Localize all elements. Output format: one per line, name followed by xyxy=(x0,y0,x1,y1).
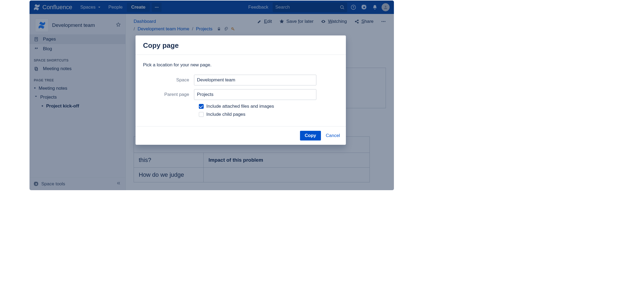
pages-icon xyxy=(34,37,39,42)
ellipsis-icon xyxy=(155,5,159,9)
restrictions-icon[interactable] xyxy=(217,27,221,31)
nav-people[interactable]: People xyxy=(106,3,125,12)
person-icon xyxy=(383,5,388,10)
help-button[interactable]: ? xyxy=(349,3,358,12)
chevron-down-icon xyxy=(34,94,38,100)
cancel-button[interactable]: Cancel xyxy=(326,133,340,138)
svg-rect-13 xyxy=(218,29,220,30)
quote-icon xyxy=(34,46,39,51)
chevron-down-icon xyxy=(97,5,101,9)
dialog-footer: Copy Cancel xyxy=(136,126,346,145)
include-attachments-checkbox[interactable]: Include attached files and images xyxy=(199,104,338,109)
avatar xyxy=(382,3,390,11)
share-button[interactable]: Share xyxy=(354,19,374,24)
breadcrumb-row2: / Development team Home / Projects xyxy=(134,26,386,32)
gear-icon xyxy=(361,5,367,10)
confluence-logo-icon xyxy=(33,4,40,11)
nav-feedback[interactable]: Feedback xyxy=(246,3,271,12)
copy-page-dialog: Copy page Pick a location for your new p… xyxy=(136,35,346,145)
search-icon xyxy=(340,5,345,10)
cell-impact-heading: Impact of this problem xyxy=(204,153,370,168)
crumb-home[interactable]: Development team Home xyxy=(138,26,189,32)
help-icon: ? xyxy=(351,5,356,10)
checkbox-checked-icon xyxy=(199,104,204,109)
tree-meeting-notes[interactable]: • Meeting notes xyxy=(30,84,125,93)
shortcut-meeting-notes[interactable]: Meeting notes xyxy=(30,64,125,74)
cell-why-this: this? xyxy=(134,153,204,168)
edit-button[interactable]: Edit xyxy=(257,19,272,24)
parent-page-label: Parent page xyxy=(143,92,194,97)
cell-empty xyxy=(204,168,370,182)
crumb-projects[interactable]: Projects xyxy=(196,26,212,32)
attachment-icon[interactable] xyxy=(224,27,228,31)
profile-button[interactable] xyxy=(381,3,390,12)
svg-line-4 xyxy=(343,8,344,9)
svg-line-18 xyxy=(356,20,357,21)
tree-projects[interactable]: Projects xyxy=(30,93,125,102)
svg-point-2 xyxy=(158,7,158,8)
svg-rect-12 xyxy=(35,67,37,70)
ellipsis-icon xyxy=(381,19,386,24)
sidebar-blog[interactable]: Blog xyxy=(30,44,125,54)
top-nav: Confluence Spaces People Create Feedback… xyxy=(30,1,394,14)
svg-text:?: ? xyxy=(352,5,354,9)
star-outline-icon xyxy=(116,22,121,27)
dialog-title: Copy page xyxy=(143,41,338,50)
svg-line-19 xyxy=(356,22,357,23)
star-outline-icon xyxy=(279,19,284,24)
chevron-double-left-icon xyxy=(116,181,121,186)
checkbox-unchecked-icon xyxy=(199,112,204,117)
star-space-button[interactable] xyxy=(116,22,121,28)
nav-spaces[interactable]: Spaces xyxy=(78,3,104,12)
space-title[interactable]: Development team xyxy=(52,22,95,28)
sidebar-pages[interactable]: Pages xyxy=(30,34,125,44)
bullet-icon: • xyxy=(41,103,43,109)
share-icon xyxy=(354,19,359,24)
dialog-description: Pick a location for your new page. xyxy=(143,62,338,68)
confluence-space-icon xyxy=(38,21,46,29)
create-button[interactable]: Create xyxy=(127,3,150,12)
svg-point-20 xyxy=(382,21,383,22)
create-more-button[interactable] xyxy=(152,3,162,12)
svg-point-7 xyxy=(385,6,386,7)
app-window: Confluence Spaces People Create Feedback… xyxy=(30,1,394,190)
copy-button[interactable]: Copy xyxy=(300,131,321,140)
brand[interactable]: Confluence xyxy=(33,4,72,11)
parent-page-input[interactable] xyxy=(194,89,316,100)
save-for-later-button[interactable]: Save for later xyxy=(279,19,313,24)
svg-rect-11 xyxy=(35,68,38,71)
gear-icon xyxy=(34,182,39,186)
space-logo xyxy=(35,19,48,32)
key-icon[interactable] xyxy=(231,27,235,31)
svg-point-21 xyxy=(383,21,384,22)
svg-point-1 xyxy=(156,7,157,8)
tree-project-kickoff[interactable]: • Project kick-off xyxy=(30,102,125,110)
space-label: Space xyxy=(143,77,194,83)
watching-button[interactable]: Watching xyxy=(321,19,347,24)
eye-icon xyxy=(321,19,326,24)
shortcuts-heading: SPACE SHORTCUTS xyxy=(30,54,125,64)
page-actions: Edit Save for later Watching Share xyxy=(257,19,386,24)
search-input[interactable]: Search xyxy=(273,2,347,12)
content-table: this? Impact of this problem How do we j… xyxy=(134,153,370,182)
search-placeholder: Search xyxy=(275,5,290,10)
cell-how-judge: How do we judge xyxy=(134,168,204,182)
dialog-body: Pick a location for your new page. Space… xyxy=(136,55,346,126)
page-more-button[interactable] xyxy=(381,19,386,24)
collapse-sidebar-button[interactable] xyxy=(116,181,121,187)
settings-button[interactable] xyxy=(360,3,369,12)
bullet-icon: • xyxy=(34,85,36,91)
space-header: Development team xyxy=(30,14,125,34)
notifications-button[interactable] xyxy=(370,3,379,12)
copy-icon xyxy=(34,66,39,71)
pagetree-heading: PAGE TREE xyxy=(30,74,125,84)
include-children-checkbox[interactable]: Include child pages xyxy=(199,112,338,117)
space-input[interactable] xyxy=(194,75,316,85)
dialog-header: Copy page xyxy=(136,35,346,55)
pencil-icon xyxy=(257,19,262,24)
brand-label: Confluence xyxy=(42,4,72,11)
space-tools[interactable]: Space tools xyxy=(30,177,125,190)
crumb-dashboard[interactable]: Dashboard xyxy=(134,19,156,24)
svg-point-22 xyxy=(385,21,386,22)
svg-point-3 xyxy=(341,6,343,9)
